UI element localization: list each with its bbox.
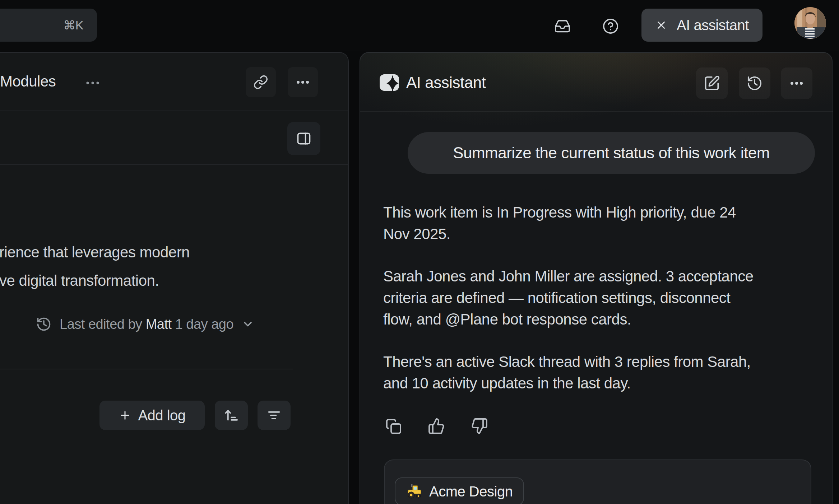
ai-header-divider: [360, 111, 833, 112]
ellipsis-icon: [789, 75, 805, 91]
ai-composer-card[interactable]: Acme Design: [384, 459, 811, 504]
ai-response-line: and 10 activity updates in the last day.: [383, 373, 754, 394]
inbox-icon: [554, 18, 571, 34]
filter-button[interactable]: [258, 401, 291, 430]
ai-response-line: criteria are defined — notification sett…: [383, 287, 754, 309]
history-clock-icon: [746, 75, 763, 92]
ai-assistant-panel: AI assistant Summarize the current statu…: [360, 52, 833, 504]
filter-icon: [266, 407, 282, 423]
context-chip-label: Acme Design: [429, 484, 513, 500]
thumbs-up-icon: [428, 417, 445, 435]
panel-title: Modules: [0, 73, 56, 90]
last-edited-text: Last edited by Matt 1 day ago: [60, 317, 233, 332]
add-log-label: Add log: [138, 407, 185, 424]
thumbs-down-icon: [471, 417, 488, 435]
chevron-down-icon: [241, 318, 254, 331]
help-icon: [602, 18, 619, 34]
ai-assistant-toggle-button[interactable]: AI assistant: [641, 9, 762, 42]
user-avatar[interactable]: [794, 7, 826, 39]
top-bar: ⌘K AI assistant: [0, 0, 839, 51]
ai-response-line: There's an active Slack thread with 3 re…: [383, 351, 754, 373]
description-line: rience that leverages modern: [0, 238, 190, 266]
inbox-button[interactable]: [549, 13, 576, 40]
tractor-emoji: [406, 483, 423, 500]
thumbs-up-button[interactable]: [426, 416, 446, 436]
response-paragraph: Sarah Jones and John Miller are assigned…: [383, 266, 754, 330]
sort-button[interactable]: [215, 401, 248, 430]
response-paragraph: This work item is In Progress with High …: [383, 202, 754, 245]
new-chat-button[interactable]: [696, 67, 728, 99]
ai-response-line: Nov 2025.: [383, 223, 754, 245]
avatar-photo: [794, 7, 826, 39]
copy-icon: [385, 417, 402, 435]
add-log-button[interactable]: Add log: [99, 401, 205, 430]
ai-response-line: flow, and @Plane bot response cards.: [383, 309, 754, 330]
response-actions: [383, 416, 490, 436]
ai-assistant-logo-icon: [380, 74, 399, 91]
link-icon: [253, 75, 268, 90]
panel-menu-button[interactable]: [288, 67, 318, 97]
global-search[interactable]: ⌘K: [0, 9, 97, 42]
user-message-text: Summarize the current status of this wor…: [453, 144, 770, 162]
history-icon: [36, 316, 52, 332]
work-item-panel: Modules rience that leverages modern ve …: [0, 52, 349, 504]
response-paragraph: There's an active Slack thread with 3 re…: [383, 351, 754, 394]
copy-link-button[interactable]: [246, 67, 276, 97]
ellipsis-icon: [295, 74, 311, 90]
last-edited-row[interactable]: Last edited by Matt 1 day ago: [36, 308, 254, 340]
user-message-bubble: Summarize the current status of this wor…: [408, 132, 815, 174]
ai-response-line: This work item is In Progress with High …: [383, 202, 754, 223]
search-shortcut-label: ⌘K: [63, 18, 83, 32]
plus-icon: [119, 409, 131, 422]
title-ellipsis-icon[interactable]: [85, 75, 101, 91]
ai-panel-title: AI assistant: [406, 74, 486, 92]
close-icon: [655, 19, 667, 31]
sort-ascending-icon: [223, 407, 239, 423]
panel-layout-icon: [296, 131, 312, 146]
side-peek-toggle-button[interactable]: [287, 122, 320, 155]
description-line: ve digital transformation.: [0, 266, 190, 295]
toolbar-divider: [0, 164, 349, 165]
ai-panel-menu-button[interactable]: [781, 67, 812, 99]
compose-icon: [704, 75, 720, 92]
ai-response-line: Sarah Jones and John Miller are assigned…: [383, 266, 754, 287]
help-button[interactable]: [597, 13, 624, 40]
ai-response: This work item is In Progress with High …: [383, 202, 754, 415]
header-divider: [0, 111, 349, 111]
last-edited-author: Matt: [146, 317, 172, 332]
chat-history-button[interactable]: [739, 67, 770, 99]
ai-toggle-label: AI assistant: [677, 17, 749, 33]
thumbs-down-button[interactable]: [469, 416, 490, 436]
section-divider: [0, 369, 293, 369]
context-chip[interactable]: Acme Design: [395, 477, 524, 504]
work-item-description: rience that leverages modern ve digital …: [0, 238, 190, 295]
copy-response-button[interactable]: [383, 416, 403, 436]
